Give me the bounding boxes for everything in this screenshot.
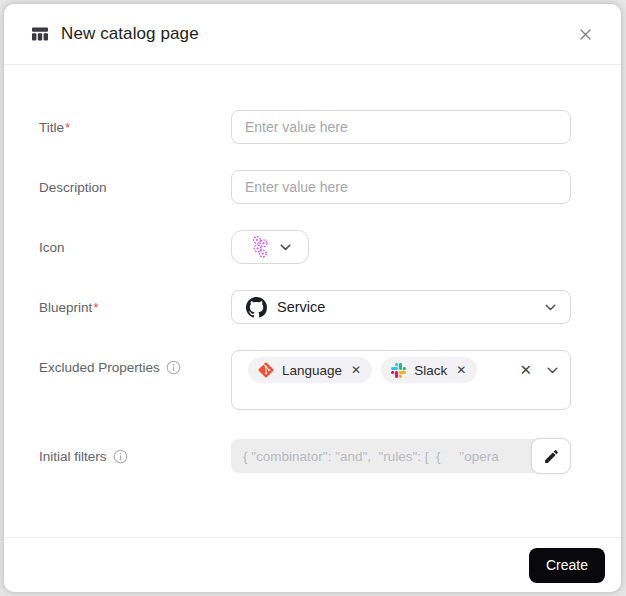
edit-filters-button[interactable] [531,438,571,474]
git-icon [258,362,274,378]
dialog-header: New catalog page [4,4,621,65]
title-row: Title* [39,110,571,144]
chip-slack[interactable]: Slack ✕ [381,357,477,383]
info-icon[interactable] [113,449,128,464]
excluded-properties-multiselect[interactable]: Language ✕ Slack ✕ [231,350,571,410]
title-input[interactable] [231,110,571,144]
blueprint-row: Blueprint* Service [39,290,571,324]
icon-label: Icon [39,240,231,255]
description-label: Description [39,180,231,195]
info-icon[interactable] [166,360,181,375]
chevron-down-icon[interactable] [547,367,558,374]
microservices-icon [249,235,270,259]
initial-filters-value: { "combinator": "and", "rules": [ { "ope… [243,449,499,464]
excluded-properties-row: Excluded Properties [39,350,571,410]
chevron-down-icon [545,304,556,311]
required-asterisk: * [93,300,98,315]
icon-row: Icon [39,230,571,264]
description-input[interactable] [231,170,571,204]
selected-chips: Language ✕ Slack ✕ [240,357,508,383]
required-asterisk: * [65,120,70,135]
new-catalog-page-dialog: New catalog page Title* Description [4,4,621,592]
multiselect-controls: ✕ [520,357,558,383]
close-icon [578,27,593,42]
pencil-icon [543,448,560,465]
blueprint-value: Service [277,299,325,315]
chip-remove-button[interactable]: ✕ [350,364,362,376]
initial-filters-field: { "combinator": "and", "rules": [ { "ope… [231,439,571,473]
blueprint-label: Blueprint* [39,300,231,315]
dialog-title: New catalog page [61,24,199,44]
chip-label: Language [282,363,342,378]
initial-filters-row: Initial filters { "combinator": "and", "… [39,438,571,474]
icon-dropdown[interactable] [231,230,309,264]
excluded-properties-label: Excluded Properties [39,350,231,375]
blueprint-select[interactable]: Service [231,290,571,324]
chip-remove-button[interactable]: ✕ [455,364,467,376]
clear-all-button[interactable]: ✕ [520,363,532,378]
chip-language[interactable]: Language ✕ [248,357,372,383]
chip-label: Slack [414,363,447,378]
dialog-footer: Create [4,537,621,592]
chevron-down-icon [280,244,291,251]
title-label: Title* [39,120,231,135]
close-button[interactable] [571,20,599,48]
table-icon [30,24,50,44]
description-row: Description [39,170,571,204]
dialog-body: Title* Description Icon [4,65,621,537]
slack-icon [391,363,406,378]
initial-filters-label: Initial filters [39,449,231,464]
create-button[interactable]: Create [529,548,605,583]
github-icon [246,297,267,318]
